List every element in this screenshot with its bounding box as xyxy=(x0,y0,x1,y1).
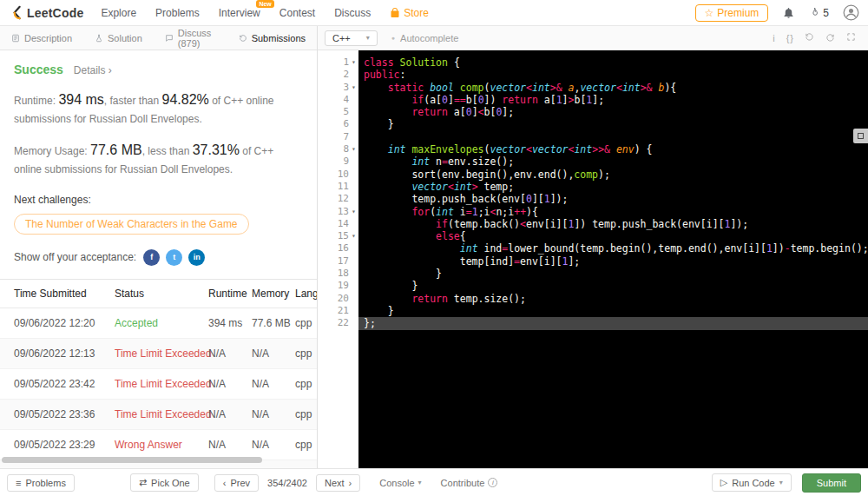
submission-status-link[interactable]: Wrong Answer xyxy=(115,439,182,451)
undo-icon[interactable] xyxy=(805,32,814,43)
table-row[interactable]: 09/05/2022 23:42Time Limit ExceededN/AN/… xyxy=(0,368,317,399)
facebook-icon[interactable]: f xyxy=(143,249,160,266)
code-editor[interactable]: 1▾23▾45678▾910111213▾1415▾16171819202122… xyxy=(318,50,868,468)
chat-bubble-icon xyxy=(165,34,174,43)
line-number: 2 xyxy=(343,69,349,81)
fold-icon xyxy=(349,317,358,329)
code-line[interactable]: else{ xyxy=(364,230,868,242)
user-avatar[interactable] xyxy=(843,4,859,21)
console-toggle[interactable]: Console ▾ xyxy=(379,478,421,488)
scrollbar-thumb[interactable] xyxy=(2,457,262,463)
nav-item-discuss[interactable]: Discuss xyxy=(334,7,371,19)
fold-icon xyxy=(349,169,358,181)
line-number: 22 xyxy=(338,317,349,329)
notifications-bell-icon[interactable] xyxy=(782,6,795,19)
gutter-line: 4 xyxy=(318,94,358,106)
runtime-value: 394 ms xyxy=(58,92,103,107)
fold-icon[interactable]: ▾ xyxy=(349,56,358,69)
submission-status-link[interactable]: Time Limit Exceeded xyxy=(115,347,212,360)
tab-solution[interactable]: Solution xyxy=(83,26,154,50)
submit-button[interactable]: Submit xyxy=(802,473,861,493)
problems-button[interactable]: ≡ Problems xyxy=(7,474,75,492)
table-row[interactable]: 09/05/2022 23:29Wrong AnswerN/AN/Acpp xyxy=(0,429,317,460)
table-row[interactable]: 09/06/2022 12:13Time Limit ExceededN/AN/… xyxy=(0,338,317,368)
nav-item-explore[interactable]: Explore xyxy=(101,7,136,19)
code-line[interactable]: static bool comp(vector<int>& a,vector<i… xyxy=(364,82,868,94)
line-number: 13 xyxy=(338,206,349,218)
tab-submissions[interactable]: Submissions xyxy=(227,26,317,50)
code-line[interactable]: } xyxy=(364,118,868,130)
document-icon xyxy=(11,34,20,43)
tab-discuss[interactable]: Discuss (879) xyxy=(154,26,227,50)
cell-runtime: N/A xyxy=(201,399,245,429)
submission-status-link[interactable]: Time Limit Exceeded xyxy=(115,378,212,390)
cell-memory: N/A xyxy=(245,338,288,368)
premium-button[interactable]: ☆ Premium xyxy=(695,4,769,22)
code-line[interactable]: temp.push_back(env[0][1]); xyxy=(364,193,868,205)
submission-status-link[interactable]: Accepted xyxy=(115,317,158,329)
linkedin-icon[interactable]: in xyxy=(188,249,205,266)
code-line[interactable]: } xyxy=(364,280,868,292)
cell-language: cpp xyxy=(288,399,317,429)
memory-summary: Memory Usage: 77.6 MB, less than 37.31% … xyxy=(14,140,303,177)
code-line[interactable]: int ind=lower_bound(temp.begin(),temp.en… xyxy=(364,242,868,255)
star-icon: ☆ xyxy=(705,7,714,19)
code-line[interactable]: public: xyxy=(364,69,868,81)
fold-icon[interactable]: ▾ xyxy=(349,230,358,242)
twitter-icon[interactable]: t xyxy=(166,249,182,266)
code-line[interactable]: for(int i=1;i<n;i++){ xyxy=(364,206,868,218)
flask-icon xyxy=(95,34,103,43)
editor-side-widget[interactable] xyxy=(853,129,868,143)
fold-icon[interactable]: ▾ xyxy=(349,206,358,218)
code-line[interactable]: }; xyxy=(358,317,868,329)
line-number: 3 xyxy=(343,82,349,94)
fold-icon[interactable]: ▾ xyxy=(349,82,358,94)
table-row[interactable]: 09/05/2022 23:36Time Limit ExceededN/AN/… xyxy=(0,399,317,429)
history-icon xyxy=(239,34,247,43)
challenge-link[interactable]: The Number of Weak Characters in the Gam… xyxy=(14,214,249,235)
nav-item-store[interactable]: Store xyxy=(390,7,429,19)
info-icon[interactable]: i xyxy=(773,33,774,43)
table-row[interactable]: 09/06/2022 12:20Accepted394 ms77.6 MBcpp xyxy=(0,308,317,338)
tab-description[interactable]: Description xyxy=(0,26,83,50)
code-line[interactable]: temp[ind]=env[i][1]; xyxy=(364,255,868,268)
submission-result-panel: Success Details › Runtime: 394 ms, faste… xyxy=(0,50,317,468)
problem-counter: 354/2402 xyxy=(267,478,307,488)
fullscreen-icon[interactable] xyxy=(846,32,856,43)
details-link[interactable]: Details › xyxy=(74,64,112,76)
fold-icon xyxy=(349,255,358,268)
code-line[interactable]: return a[0]<b[0]; xyxy=(364,106,868,118)
fold-icon xyxy=(349,193,358,205)
code-line[interactable]: return temp.size(); xyxy=(364,293,868,305)
nav-item-contest[interactable]: Contest xyxy=(279,7,315,19)
next-challenges-label: Next challenges: xyxy=(14,194,303,206)
code-line[interactable] xyxy=(364,131,868,143)
braces-icon[interactable]: { } xyxy=(786,33,793,43)
next-button[interactable]: Next › xyxy=(316,474,360,492)
redo-icon[interactable] xyxy=(825,33,835,43)
code-line[interactable]: int n=env.size(); xyxy=(364,155,868,168)
daily-streak[interactable]: 5 xyxy=(809,6,829,19)
cell-language: cpp xyxy=(288,338,317,368)
editor-code-area[interactable]: class Solution {public: static bool comp… xyxy=(358,50,868,468)
prev-button[interactable]: ‹ Prev xyxy=(214,474,259,492)
code-line[interactable]: vector<int> temp; xyxy=(364,181,868,193)
run-code-button[interactable]: ▷ Run Code ▾ xyxy=(712,473,792,492)
language-select[interactable]: C++ ▾ xyxy=(325,30,378,46)
code-line[interactable]: if(temp.back()<env[i][1]) temp.push_back… xyxy=(364,218,868,230)
nav-item-interview[interactable]: InterviewNew xyxy=(219,7,260,19)
code-line[interactable]: class Solution { xyxy=(364,56,868,69)
fold-icon[interactable]: ▾ xyxy=(349,143,358,155)
submission-status-link[interactable]: Time Limit Exceeded xyxy=(115,408,212,420)
leetcode-logo[interactable]: LeetCode xyxy=(9,4,83,21)
code-line[interactable]: } xyxy=(364,268,868,280)
cell-memory: N/A xyxy=(245,368,288,399)
nav-item-problems[interactable]: Problems xyxy=(155,7,200,19)
code-line[interactable]: int maxEnvelopes(vector<vector<int>>& en… xyxy=(364,143,868,155)
pick-one-button[interactable]: ⇄ Pick One xyxy=(130,473,199,492)
contribute-link[interactable]: Contribute i xyxy=(441,478,498,488)
code-line[interactable]: if(a[0]==b[0]) return a[1]>b[1]; xyxy=(364,94,868,106)
code-line[interactable]: } xyxy=(364,305,868,317)
code-line[interactable]: sort(env.begin(),env.end(),comp); xyxy=(364,169,868,181)
autocomplete-indicator[interactable]: ● Autocomplete xyxy=(391,33,459,43)
